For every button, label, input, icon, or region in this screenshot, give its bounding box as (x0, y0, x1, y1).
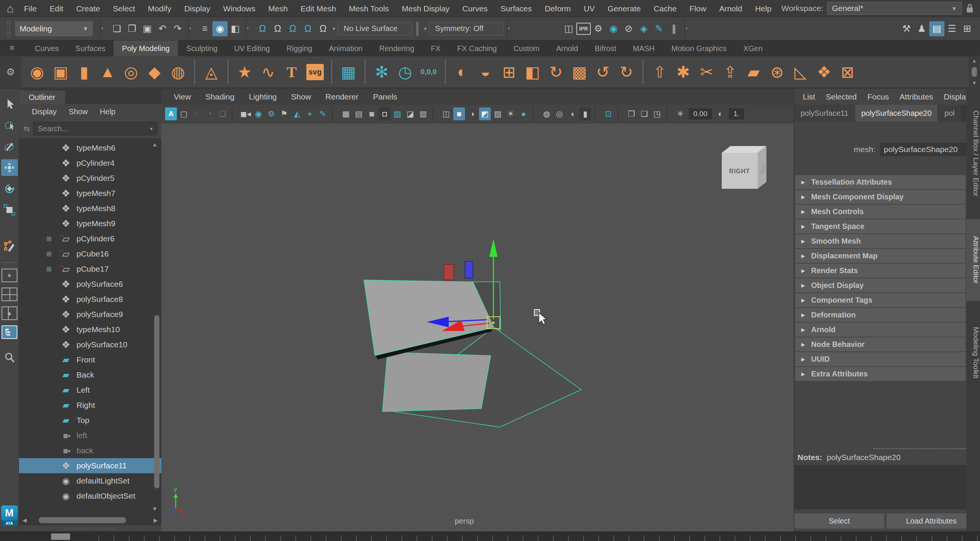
pan-zoom-icon[interactable]: ⌖ (304, 108, 316, 120)
pane-copy-icon[interactable]: ❐ (625, 108, 637, 120)
menu-display[interactable]: Display (178, 0, 216, 17)
shelf-tab-bifrost[interactable]: Bifrost (587, 40, 625, 56)
menu-edit-mesh[interactable]: Edit Mesh (294, 0, 342, 17)
menu-select[interactable]: Select (107, 0, 141, 17)
lasso-tool-icon[interactable] (1, 117, 18, 133)
outliner-item-polysurface11[interactable]: ❖polySurface11 (19, 458, 161, 473)
render-icon[interactable]: ◫ (561, 21, 576, 36)
scroll-up-icon[interactable]: ▲ (152, 141, 158, 148)
section-tangent-space[interactable]: ▶Tangent Space (795, 219, 966, 233)
shelf-time-editor-icon[interactable]: ◷ (395, 60, 416, 83)
shelf-tab-surfaces[interactable]: Surfaces (67, 40, 114, 56)
layout-single-pane-button[interactable]: ❖ (2, 269, 18, 282)
film-gate-icon[interactable]: ▤ (353, 108, 365, 120)
shelf-tab-xgen[interactable]: XGen (735, 40, 771, 56)
outliner-item-back[interactable]: ◼◂back (19, 443, 161, 458)
menu-generate[interactable]: Generate (601, 0, 648, 17)
hypershade-icon[interactable]: ◉ (606, 21, 621, 36)
outliner-item-typemesh10[interactable]: ❖typeMesh10 (19, 322, 161, 337)
shelf-poly-plane-icon[interactable]: ◆ (144, 60, 165, 83)
outliner-item-typemesh9[interactable]: ❖typeMesh9 (19, 216, 161, 231)
outliner-item-pcube16[interactable]: ⊞▱→pCube16 (19, 246, 161, 262)
mesh-face-bottom[interactable] (382, 352, 491, 412)
shelf-poly-cone-icon[interactable]: ▲ (97, 60, 118, 83)
side-tab-modeling-toolkit[interactable]: Modeling Toolkit (966, 304, 980, 401)
section-component-tags[interactable]: ▶Component Tags (795, 293, 966, 307)
shelf-svg-icon[interactable]: svg (304, 60, 326, 83)
shelf-menu-icon[interactable]: ≡ (10, 43, 14, 52)
section-uuid[interactable]: ▶UUID (795, 352, 966, 366)
render-setup-icon[interactable]: ◈ (636, 21, 651, 36)
image-plane-icon[interactable]: ◪ (404, 108, 416, 120)
resolution-gate-icon[interactable]: ◙ (366, 108, 377, 120)
shelf-multi-cut-icon[interactable]: ✂ (696, 60, 717, 83)
snap-view-plane-icon[interactable]: Ω (315, 21, 331, 36)
ae-menu-attributes[interactable]: Attributes (894, 92, 939, 102)
shelf-tab-mash[interactable]: MASH (624, 40, 663, 56)
expand-icon[interactable]: ⊞ (46, 265, 55, 273)
shaded-icon[interactable]: ■ (453, 108, 465, 120)
layout-split-pane-button[interactable]: ◆ (2, 306, 18, 320)
textured-icon[interactable]: ◑ (466, 108, 478, 120)
outliner-item-pcylinder5[interactable]: ❖pCylinder5 (19, 171, 161, 186)
image-stack-icon[interactable]: ❏ (216, 108, 228, 120)
outliner-item-polysurface9[interactable]: ❖polySurface9 (19, 307, 161, 322)
outliner-menu-help[interactable]: Help (95, 108, 121, 116)
outliner-item-polysurface6[interactable]: ❖polySurface6 (19, 276, 161, 292)
snap-grid-icon[interactable]: Ω (255, 21, 270, 36)
make-live-caret-icon[interactable]: ▾ (331, 25, 337, 32)
anti-alias-icon[interactable]: ◖ (566, 108, 578, 120)
menu-modify[interactable]: Modify (142, 0, 178, 17)
snap-point-icon[interactable]: Ω (285, 21, 300, 36)
shelf-scrollbar[interactable]: ▲ ▼ (969, 56, 980, 87)
section-smooth-mesh[interactable]: ▶Smooth Mesh (795, 234, 966, 248)
shelf-poly-sphere-icon[interactable]: ◉ (27, 60, 48, 83)
display-layers-icon[interactable]: ⊞ (959, 21, 975, 36)
select-button[interactable]: Select (794, 513, 884, 528)
select-tool-icon[interactable] (1, 96, 18, 113)
search-input[interactable]: Search... ▾ (33, 122, 158, 135)
menu-deform[interactable]: Deform (538, 0, 578, 17)
viewport-menu-panels[interactable]: Panels (366, 92, 404, 102)
outliner-item-polysurface8[interactable]: ❖polySurface8 (19, 292, 161, 307)
attribute-editor-icon[interactable]: ☰ (944, 21, 959, 36)
menu-mesh-tools[interactable]: Mesh Tools (342, 0, 395, 17)
notes-textarea[interactable] (794, 465, 966, 509)
menu-set-dropdown[interactable]: Modeling ▼ (15, 21, 93, 36)
isolate-select-icon[interactable]: ⊡ (603, 108, 614, 120)
menu-cache[interactable]: Cache (647, 0, 683, 17)
lock-camera-icon[interactable]: ◉ (253, 108, 264, 120)
transparency-icon[interactable]: ▨ (492, 108, 504, 120)
gamma-icon[interactable]: ◐ (714, 108, 726, 120)
symmetry-caret-icon[interactable]: ▾ (422, 25, 429, 32)
outliner-item-left[interactable]: ▰Left (19, 382, 161, 398)
shelf-triangulate-icon[interactable]: ◺ (790, 60, 811, 83)
outliner-item-typemesh7[interactable]: ❖typeMesh7 (19, 186, 161, 201)
select-component-icon[interactable]: ◧ (228, 21, 243, 36)
notes-resize-handle[interactable] (873, 448, 966, 449)
menu-edit[interactable]: Edit (43, 0, 70, 17)
section-render-stats[interactable]: ▶Render Stats (795, 264, 966, 278)
gamma-value[interactable]: 1. (729, 108, 744, 119)
gear-icon[interactable]: ⚙ (6, 66, 15, 78)
snap-projected-center-icon[interactable]: Ω (300, 21, 315, 36)
shelf-extrude-along-icon[interactable]: ⇪ (719, 60, 741, 83)
shelf-tab-rendering[interactable]: Rendering (371, 40, 422, 56)
outliner-item-top[interactable]: ▰Top (19, 413, 161, 428)
menu-uv[interactable]: UV (577, 0, 601, 17)
menu-windows[interactable]: Windows (216, 0, 262, 17)
section-arnold[interactable]: ▶Arnold (795, 323, 966, 337)
section-node-behavior[interactable]: ▶Node Behavior (795, 338, 966, 351)
gate-mask-icon[interactable]: ◘ (379, 108, 390, 120)
menu-surfaces[interactable]: Surfaces (494, 0, 538, 17)
zoom-icon[interactable] (1, 349, 18, 366)
shelf-rotate-ccw-icon[interactable]: ↺ (592, 60, 613, 83)
expand-icon[interactable]: ⊞ (46, 235, 55, 243)
scroll-track[interactable] (30, 517, 150, 524)
expand-icon[interactable]: ⊞ (46, 250, 55, 258)
grease-pencil-icon[interactable]: ✎ (317, 108, 329, 120)
scroll-thumb[interactable] (972, 67, 977, 77)
outliner-title-tab[interactable]: Outliner (19, 90, 65, 104)
shelf-platonic-solid-icon[interactable]: ◬ (201, 60, 222, 83)
shelf-tab-arnold[interactable]: Arnold (548, 40, 587, 56)
